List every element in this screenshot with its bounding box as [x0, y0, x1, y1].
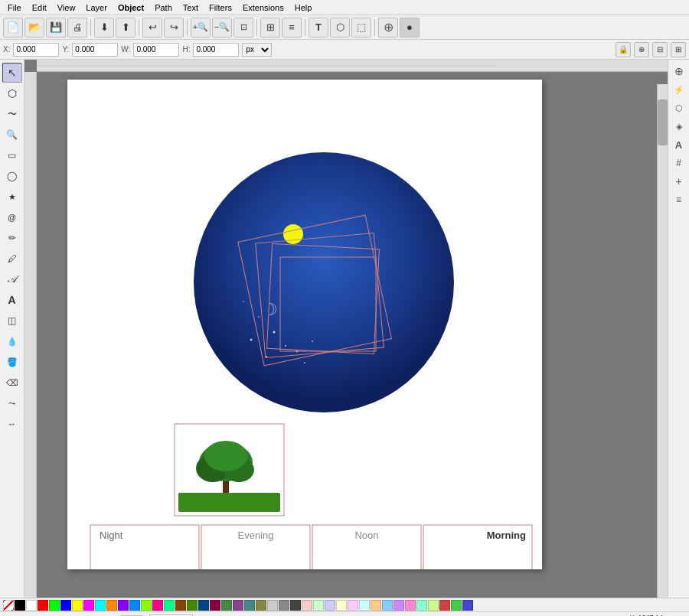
gradient-tool[interactable]: ◫	[2, 311, 22, 331]
print-button[interactable]: 🖨	[67, 18, 87, 37]
zoom-tool[interactable]: 🔍	[2, 125, 22, 145]
align-button[interactable]: ≡	[282, 18, 302, 37]
node-edit-button[interactable]: ⬡	[330, 18, 350, 37]
canvas-wrapper[interactable]: ☽	[37, 72, 668, 598]
group-button[interactable]: ⬚	[351, 18, 371, 37]
palette-swatch[interactable]	[382, 600, 393, 611]
palette-swatch[interactable]	[198, 600, 209, 611]
menu-filters[interactable]: Filters	[204, 2, 237, 13]
scrollbar-vertical[interactable]	[657, 84, 668, 598]
snap-toggle[interactable]: ●	[400, 18, 420, 37]
text-toolbar-button[interactable]: T	[309, 18, 328, 37]
palette-swatch[interactable]	[164, 600, 175, 611]
pencil-tool[interactable]: ✏	[2, 228, 22, 248]
palette-swatch[interactable]	[267, 600, 278, 611]
ellipse-tool[interactable]: ◯	[2, 166, 22, 186]
palette-swatch[interactable]	[302, 600, 312, 611]
undo-button[interactable]: ↩	[142, 18, 162, 37]
connector-tool[interactable]: ⤳	[2, 393, 22, 413]
new-button[interactable]: 📄	[3, 18, 23, 37]
import-button[interactable]: ⬇	[94, 18, 114, 37]
palette-swatch[interactable]	[83, 600, 94, 611]
palette-swatch[interactable]	[106, 600, 117, 611]
palette-swatch[interactable]	[26, 600, 37, 611]
palette-transparent[interactable]	[3, 600, 14, 611]
palette-swatch[interactable]	[233, 600, 243, 611]
snap-rp-button[interactable]: ⊕	[671, 63, 687, 80]
export-button[interactable]: ⬆	[116, 18, 136, 37]
menu-text[interactable]: Text	[178, 2, 203, 13]
palette-swatch[interactable]	[152, 600, 163, 611]
x-input[interactable]	[13, 43, 59, 57]
save-button[interactable]: 💾	[46, 18, 66, 37]
palette-swatch[interactable]	[15, 600, 25, 611]
menu-object[interactable]: Object	[113, 2, 149, 13]
palette-swatch[interactable]	[118, 600, 129, 611]
menu-edit[interactable]: Edit	[28, 2, 51, 13]
palette-swatch[interactable]	[336, 600, 347, 611]
transform-tool-button[interactable]: ⊕	[634, 42, 649, 57]
palette-swatch[interactable]	[405, 600, 416, 611]
lock-ratio-button[interactable]: 🔒	[616, 42, 631, 57]
palette-swatch[interactable]	[393, 600, 404, 611]
fill-tool[interactable]: 🪣	[2, 352, 22, 372]
palette-swatch[interactable]	[221, 600, 232, 611]
palette-swatch[interactable]	[256, 600, 266, 611]
palette-swatch[interactable]	[348, 600, 358, 611]
palette-swatch[interactable]	[60, 600, 71, 611]
zoom-fit-button[interactable]: ⊡	[233, 18, 253, 37]
palette-swatch[interactable]	[72, 600, 83, 611]
palette-swatch[interactable]	[187, 600, 198, 611]
palette-swatch[interactable]	[210, 600, 220, 611]
palette-swatch[interactable]	[38, 600, 48, 611]
palette-swatch[interactable]	[290, 600, 301, 611]
transform-button[interactable]: ⊞	[260, 18, 280, 37]
palette-swatch[interactable]	[416, 600, 427, 611]
spiral-tool[interactable]: @	[2, 207, 22, 227]
h-input[interactable]	[193, 43, 239, 57]
palette-swatch[interactable]	[313, 600, 324, 611]
tweak-tool[interactable]: 〜	[2, 104, 22, 124]
calligraphy-tool[interactable]: 𝒜	[2, 269, 22, 289]
select-tool[interactable]: ↖	[2, 63, 22, 83]
text-rp-button[interactable]: A	[671, 136, 687, 153]
w-input[interactable]	[133, 43, 179, 57]
rect-tool[interactable]: ▭	[2, 145, 22, 165]
menu-layer[interactable]: Layer	[81, 2, 112, 13]
scroll-thumb[interactable]	[658, 99, 668, 145]
eraser-tool[interactable]: ⌫	[2, 373, 22, 393]
rp-btn2[interactable]: ⚡	[671, 81, 687, 98]
menu-help[interactable]: Help	[290, 2, 317, 13]
dropper-tool[interactable]: 💧	[2, 331, 22, 351]
palette-swatch[interactable]	[371, 600, 381, 611]
snap-button[interactable]: ⊕	[378, 18, 398, 37]
palette-swatch[interactable]	[325, 600, 335, 611]
plus-rp-button[interactable]: +	[671, 173, 687, 190]
palette-swatch[interactable]	[95, 600, 106, 611]
layers-rp-button[interactable]: ≡	[671, 191, 687, 208]
palette-swatch[interactable]	[439, 600, 450, 611]
zoom-out-button[interactable]: −🔍	[212, 18, 232, 37]
zoom-in-button[interactable]: +🔍	[191, 18, 211, 37]
palette-swatch[interactable]	[141, 600, 152, 611]
palette-swatch[interactable]	[244, 600, 255, 611]
menu-view[interactable]: View	[53, 2, 80, 13]
text-tool[interactable]: A	[2, 290, 22, 310]
palette-swatch[interactable]	[279, 600, 289, 611]
palette-swatch[interactable]	[451, 600, 462, 611]
pen-tool[interactable]: 🖊	[2, 249, 22, 269]
menu-file[interactable]: File	[3, 2, 26, 13]
redo-button[interactable]: ↪	[164, 18, 184, 37]
palette-swatch[interactable]	[428, 600, 439, 611]
rp-btn3[interactable]: ⬡	[671, 99, 687, 116]
palette-swatch[interactable]	[49, 600, 60, 611]
palette-swatch[interactable]	[175, 600, 186, 611]
fill-rp-button[interactable]: ◈	[671, 118, 687, 135]
palette-swatch[interactable]	[462, 600, 473, 611]
menu-path[interactable]: Path	[150, 2, 177, 13]
node-tool[interactable]: ⬡	[2, 83, 22, 103]
grid-rp-button[interactable]: #	[671, 155, 687, 171]
align-tb-button[interactable]: ⊟	[652, 42, 668, 57]
measure-tool[interactable]: ↔	[2, 414, 22, 434]
unit-select[interactable]: px mm cm	[242, 43, 272, 57]
